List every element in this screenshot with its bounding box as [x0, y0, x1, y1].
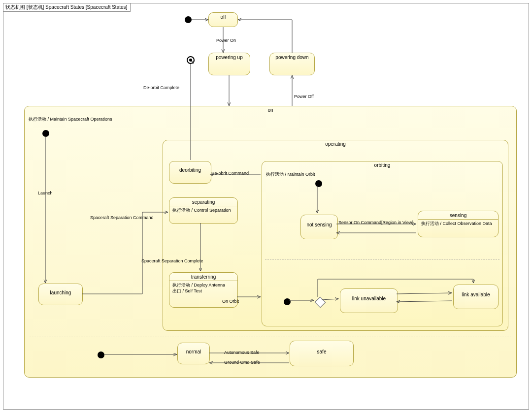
diagram-title-tab: 状态机图 [状态机] Spacecraft States [Spacecraft… — [3, 3, 131, 12]
transition-label: On Orbit — [222, 299, 239, 304]
initial-orbiting-bottom — [284, 298, 291, 305]
state-label: launching — [39, 284, 82, 296]
activity-line: 执行活动 / Deploy Antenna — [172, 282, 234, 288]
state-label: sensing — [418, 211, 498, 219]
state-off[interactable]: off — [208, 12, 238, 27]
diagram-canvas: 状态机图 [状态机] Spacecraft States [Spacecraft… — [0, 0, 532, 415]
state-label: powering up — [209, 53, 250, 61]
state-activity: 执行活动 / Collect Observation Data — [418, 219, 498, 228]
state-launching[interactable]: launching — [38, 284, 83, 305]
transition-label: Spaceraft Separation Command — [90, 215, 154, 220]
state-label: on — [25, 107, 516, 113]
state-operating[interactable]: operating deorbiting separating 执行活动 / C… — [163, 140, 508, 331]
state-label: orbiting — [262, 162, 502, 168]
initial-top — [185, 16, 192, 23]
state-orbiting[interactable]: orbiting 执行活动 / Maintain Orbit not sensi… — [262, 161, 503, 326]
final-state — [187, 56, 195, 64]
state-label: safe — [290, 341, 353, 355]
transition-label: Power On — [216, 38, 236, 43]
transition-label: Autonomous Safe — [224, 350, 260, 355]
state-label: link available — [454, 285, 498, 298]
initial-on — [42, 130, 49, 137]
state-activity: 执行活动 / Control Separation — [169, 206, 237, 215]
state-label: normal — [178, 343, 209, 355]
state-activity: 执行活动 / Maintain Orbit — [266, 171, 315, 178]
state-normal[interactable]: normal — [177, 343, 210, 364]
transition-label: Sensor On Command[Region in View] — [338, 220, 413, 225]
initial-mode — [98, 351, 104, 358]
choice-node[interactable] — [315, 297, 326, 308]
state-not-sensing[interactable]: not sensing — [300, 215, 338, 239]
transition-label: De-obrit Command — [211, 171, 249, 176]
transition-label: Ground Cmd Safe — [224, 360, 260, 365]
state-label: powering down — [270, 53, 314, 61]
state-separating[interactable]: separating 执行活动 / Control Separation — [169, 197, 238, 224]
state-powering-up[interactable]: powering up — [208, 53, 250, 75]
state-label: not sensing — [301, 215, 337, 228]
state-activity: 执行活动 / Maintain Spacecraft Operations — [29, 116, 112, 123]
state-label: link unavailable — [340, 289, 398, 302]
state-label: operating — [163, 141, 508, 147]
state-label: transferring — [169, 273, 237, 281]
state-link-available[interactable]: link available — [453, 285, 499, 309]
state-sensing[interactable]: sensing 执行活动 / Collect Observation Data — [418, 211, 499, 237]
region-divider — [30, 337, 511, 337]
state-on[interactable]: on 执行活动 / Maintain Spacecraft Operations… — [24, 106, 517, 378]
activity-line: 出口 / Self Test — [172, 288, 234, 294]
transition-label: De-orbit Complete — [143, 85, 179, 90]
state-label: off — [209, 13, 237, 21]
state-powering-down[interactable]: powering down — [269, 53, 315, 75]
state-label: separating — [169, 198, 237, 206]
diagram-frame: 状态机图 [状态机] Spacecraft States [Spacecraft… — [3, 3, 529, 410]
region-divider — [265, 259, 499, 259]
initial-orbiting-top — [315, 180, 322, 187]
transition-label: Launch — [38, 191, 53, 195]
transition-label: Spaceraft Separation Complete — [141, 258, 203, 263]
state-activity: 执行活动 / Deploy Antenna 出口 / Self Test — [169, 281, 237, 296]
transition-label: Power Off — [294, 94, 314, 99]
state-label: deorbiting — [169, 161, 211, 174]
state-deorbiting[interactable]: deorbiting — [169, 161, 211, 184]
state-safe[interactable]: safe — [290, 341, 354, 366]
state-link-unavailable[interactable]: link unavailable — [340, 288, 398, 313]
